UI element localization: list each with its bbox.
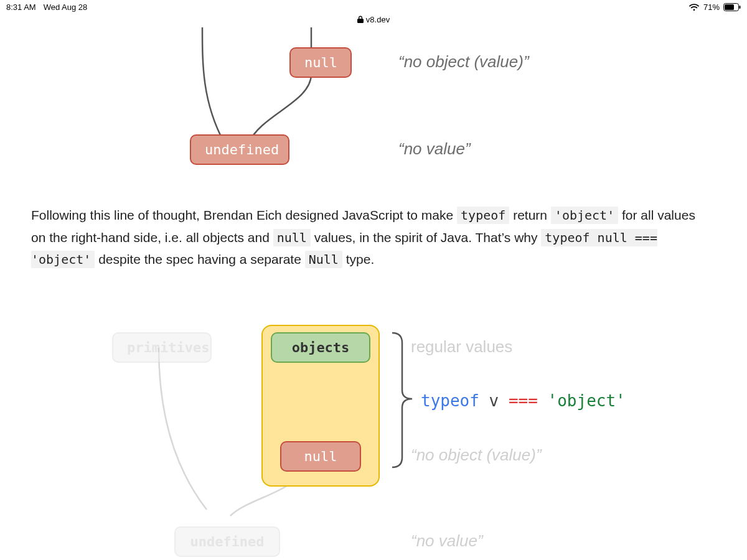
url-host: v8.dev — [366, 15, 390, 24]
diagram2-regular-values-annotation: regular values — [411, 337, 512, 357]
body-paragraph: Following this line of thought, Brendan … — [31, 204, 711, 271]
diagram2-primitives-node: primitives — [112, 332, 212, 363]
svg-rect-1 — [725, 4, 734, 10]
diagram1-null-node: null — [289, 47, 352, 78]
diagram2-null-annotation: “no object (value)” — [411, 446, 542, 465]
diagram1-undefined-annotation: “no value” — [398, 139, 471, 159]
svg-rect-2 — [740, 6, 741, 9]
page-content: null undefined “no object (value)” “no v… — [0, 27, 747, 560]
code-typeof: typeof — [457, 207, 509, 224]
battery-icon — [723, 3, 741, 11]
status-battery-pct: 71% — [703, 2, 720, 12]
status-time: 8:31 AM — [6, 2, 36, 12]
status-bar: 8:31 AM Wed Aug 28 71% — [0, 0, 747, 14]
diagram2-typeof-expression: typeof v === 'object' — [421, 391, 626, 411]
status-date: Wed Aug 28 — [44, 2, 88, 12]
url-bar: v8.dev — [0, 14, 747, 25]
diagram2-null-node: null — [280, 441, 361, 472]
diagram2-undefined-annotation: “no value” — [411, 531, 483, 551]
diagram1-null-annotation: “no object (value)” — [398, 52, 529, 72]
wifi-icon — [688, 3, 700, 11]
code-object-str: 'object' — [551, 207, 618, 224]
lock-icon — [357, 16, 364, 25]
code-null: null — [273, 229, 311, 246]
diagram1-edges — [31, 27, 716, 189]
code-Null-type: Null — [305, 251, 342, 268]
diagram2-objects-node: objects — [271, 332, 370, 363]
diagram2-undefined-node: undefined — [174, 526, 280, 557]
diagram1-undefined-node: undefined — [190, 134, 289, 165]
